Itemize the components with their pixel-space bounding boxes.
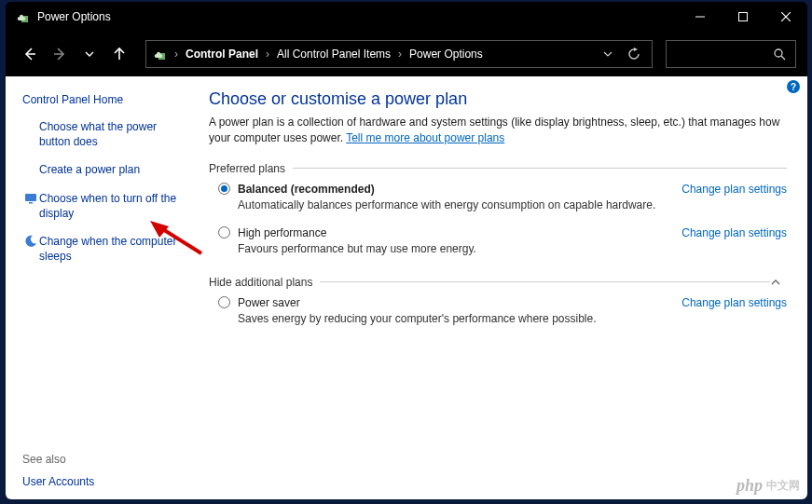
navigation-bar: › Control Panel › All Control Panel Item… (6, 32, 807, 76)
close-button[interactable] (764, 2, 807, 32)
plan-description: Favours performance but may use more ene… (238, 242, 787, 255)
address-bar[interactable]: › Control Panel › All Control Panel Item… (145, 40, 653, 68)
plan-name: High performance (238, 226, 326, 239)
back-button[interactable] (17, 41, 43, 67)
watermark-brand: php (736, 476, 763, 496)
additional-plans-header[interactable]: Hide additional plans (209, 276, 787, 289)
watermark-text: 中文网 (766, 478, 800, 494)
titlebar: Power Options (6, 2, 807, 32)
help-icon[interactable]: ? (787, 80, 800, 93)
address-dropdown-button[interactable] (598, 49, 618, 59)
plan-description: Automatically balances performance with … (238, 198, 787, 211)
plan-name: Balanced (recommended) (238, 183, 375, 196)
svg-line-10 (781, 56, 785, 60)
sidebar-link-user-accounts[interactable]: User Accounts (22, 475, 188, 488)
search-icon (773, 48, 786, 61)
chevron-right-icon: › (262, 48, 273, 61)
radio-balanced[interactable] (218, 183, 230, 195)
recent-locations-button[interactable] (76, 41, 103, 67)
app-icon (15, 9, 30, 24)
address-icon (152, 47, 167, 61)
chevron-up-icon[interactable] (770, 277, 787, 288)
sidebar-link-turn-off-display[interactable]: Choose when to turn off the display (39, 191, 188, 221)
refresh-button[interactable] (622, 48, 646, 61)
forward-button[interactable] (47, 41, 73, 67)
sidebar: Control Panel Home Choose what the power… (6, 76, 201, 499)
svg-rect-2 (739, 13, 748, 21)
sidebar-link-power-button[interactable]: Choose what the power button does (39, 119, 188, 149)
chevron-right-icon: › (394, 48, 406, 61)
change-plan-settings-link[interactable]: Change plan settings (681, 183, 787, 196)
see-also-heading: See also (22, 453, 188, 466)
breadcrumb-item[interactable]: Power Options (409, 48, 483, 61)
control-panel-home-link[interactable]: Control Panel Home (22, 93, 188, 106)
preferred-plans-header: Preferred plans (209, 162, 787, 175)
watermark: php 中文网 (736, 476, 800, 496)
chevron-right-icon: › (171, 48, 182, 61)
change-plan-settings-link[interactable]: Change plan settings (681, 226, 787, 239)
client-area: ? Control Panel Home Choose what the pow… (6, 76, 807, 499)
plan-description: Saves energy by reducing your computer's… (238, 312, 787, 325)
up-button[interactable] (106, 41, 132, 67)
breadcrumb-item[interactable]: All Control Panel Items (277, 48, 391, 61)
radio-power-saver[interactable] (218, 296, 230, 308)
radio-high-performance[interactable] (218, 226, 230, 238)
plan-power-saver: Power saver Change plan settings Saves e… (218, 296, 787, 325)
sidebar-link-create-plan[interactable]: Create a power plan (39, 162, 188, 177)
breadcrumb-item[interactable]: Control Panel (186, 48, 258, 61)
minimize-button[interactable] (679, 2, 722, 32)
search-input[interactable] (666, 40, 796, 68)
maximize-button[interactable] (722, 2, 764, 32)
window-title: Power Options (37, 10, 111, 23)
sidebar-link-computer-sleeps[interactable]: Change when the computer sleeps (39, 234, 188, 264)
monitor-icon (22, 191, 39, 205)
page-title: Choose or customise a power plan (209, 89, 787, 109)
svg-point-9 (775, 49, 782, 57)
svg-rect-12 (29, 202, 33, 204)
main-content: Choose or customise a power plan A power… (201, 76, 807, 499)
plan-name: Power saver (238, 296, 300, 309)
svg-rect-11 (25, 194, 36, 201)
plan-high-performance: High performance Change plan settings Fa… (218, 226, 787, 255)
window-frame: Power Options (6, 2, 807, 499)
more-info-link[interactable]: Tell me more about power plans (346, 131, 504, 144)
change-plan-settings-link[interactable]: Change plan settings (681, 296, 787, 309)
plan-balanced: Balanced (recommended) Change plan setti… (218, 183, 787, 211)
moon-icon (22, 234, 39, 248)
page-description: A power plan is a collection of hardware… (209, 115, 787, 147)
